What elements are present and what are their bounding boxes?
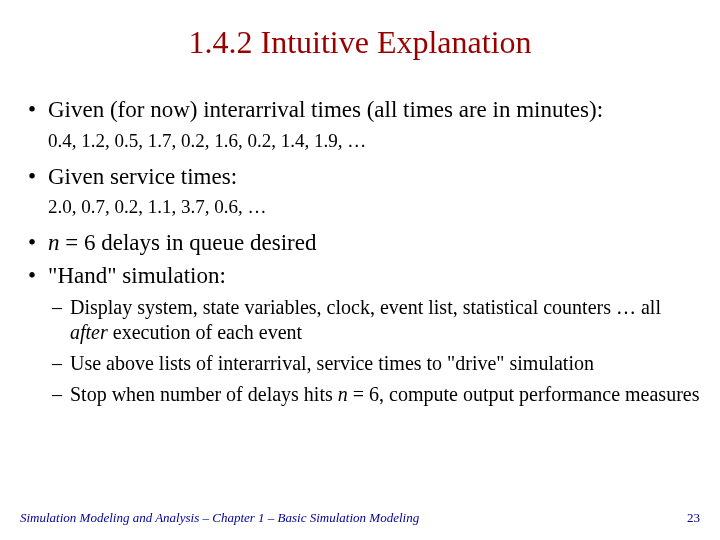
bullet-hand-sim: "Hand" simulation: xyxy=(28,262,700,291)
slide-title: 1.4.2 Intuitive Explanation xyxy=(0,24,720,61)
subbullet-stop: Stop when number of delays hits n = 6, c… xyxy=(28,382,700,407)
page-number: 23 xyxy=(687,510,700,526)
slide-content: Given (for now) interarrival times (all … xyxy=(28,96,700,413)
after-em: after xyxy=(70,321,108,343)
bullet-delays: n = 6 delays in queue desired xyxy=(28,229,700,258)
display-text-b: execution of each event xyxy=(108,321,302,343)
bullet-service: Given service times: xyxy=(28,163,700,192)
slide: 1.4.2 Intuitive Explanation Given (for n… xyxy=(0,0,720,540)
footer: Simulation Modeling and Analysis – Chapt… xyxy=(20,510,700,526)
var-n: n xyxy=(48,230,60,255)
footer-sep: – xyxy=(199,510,212,525)
interarrival-values: 0.4, 1.2, 0.5, 1.7, 0.2, 1.6, 0.2, 1.4, … xyxy=(28,129,700,153)
stop-text-a: Stop when number of delays hits xyxy=(70,383,338,405)
subbullet-drive: Use above lists of interarrival, service… xyxy=(28,351,700,376)
var-n-2: n xyxy=(338,383,348,405)
stop-text-b: = 6, compute output performance measures xyxy=(348,383,700,405)
bullet-interarrival: Given (for now) interarrival times (all … xyxy=(28,96,700,125)
display-text-a: Display system, state variables, clock, … xyxy=(70,296,661,318)
delays-text: = 6 delays in queue desired xyxy=(60,230,317,255)
service-values: 2.0, 0.7, 0.2, 1.1, 3.7, 0.6, … xyxy=(28,195,700,219)
subbullet-display: Display system, state variables, clock, … xyxy=(28,295,700,345)
footer-chapter: Chapter 1 – Basic Simulation Modeling xyxy=(212,510,419,525)
footer-book: Simulation Modeling and Analysis xyxy=(20,510,199,525)
